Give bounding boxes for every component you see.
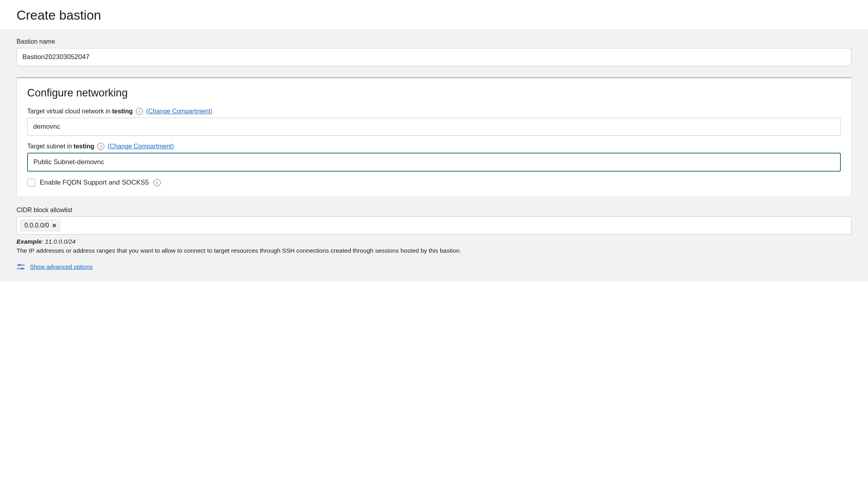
subnet-change-compartment-link[interactable]: (Change Compartment) [108,143,174,150]
cidr-field: CIDR block allowlist 0.0.0.0/0 ✕ [0,197,868,235]
sliders-icon [17,263,25,270]
svg-point-3 [22,268,23,269]
cidr-chip: 0.0.0.0/0 ✕ [20,220,60,231]
create-bastion-panel: Create bastion Bastion name Configure ne… [0,0,868,281]
cidr-example-value: : 11.0.0.0/24 [42,238,76,245]
info-icon[interactable]: i [136,108,143,115]
subnet-select-value: Public Subnet-demovnc [33,158,104,166]
info-icon[interactable]: i [154,179,161,186]
subnet-compartment-name: testing [74,143,94,150]
networking-section-title: Configure networking [27,87,841,99]
info-icon[interactable]: i [97,143,104,150]
close-icon[interactable]: ✕ [52,222,57,229]
subnet-field: Target subnet in testing i (Change Compa… [27,143,841,172]
vcn-label-prefix: Target virtual cloud network in [27,108,111,115]
advanced-options-row: Show advanced options [17,263,851,270]
cidr-description: The IP addresses or address ranges that … [17,246,851,255]
page-header: Create bastion [0,0,868,30]
page-title: Create bastion [17,8,851,23]
cidr-chips-input[interactable]: 0.0.0.0/0 ✕ [17,216,851,235]
bastion-name-label: Bastion name [17,38,851,45]
fqdn-checkbox-label: Enable FQDN Support and SOCKS5 i [40,179,162,187]
vcn-field: Target virtual cloud network in testing … [27,108,841,136]
fqdn-checkbox-row: Enable FQDN Support and SOCKS5 i [27,179,841,187]
bastion-name-input[interactable] [17,48,851,66]
networking-card: Configure networking Target virtual clou… [17,77,851,197]
form-body: Bastion name Configure networking Target… [0,30,868,281]
vcn-select-value: demovnc [33,123,60,131]
fqdn-checkbox-text: Enable FQDN Support and SOCKS5 [40,179,149,187]
cidr-example: Example: 11.0.0.0/24 [17,237,851,246]
show-advanced-options-link[interactable]: Show advanced options [30,263,93,270]
cidr-label: CIDR block allowlist [17,207,851,214]
cidr-example-label: Example [17,238,42,245]
bastion-name-field: Bastion name [0,38,868,73]
cidr-chip-text: 0.0.0.0/0 [24,222,49,229]
vcn-compartment-name: testing [112,108,133,115]
vcn-select[interactable]: demovnc [27,118,841,136]
vcn-change-compartment-link[interactable]: (Change Compartment) [146,108,212,115]
cidr-help: Example: 11.0.0.0/24 The IP addresses or… [17,237,851,255]
subnet-label-row: Target subnet in testing i (Change Compa… [27,143,841,150]
fqdn-checkbox[interactable] [27,179,35,187]
subnet-label-prefix: Target subnet in [27,143,72,150]
subnet-select[interactable]: Public Subnet-demovnc [27,153,841,172]
vcn-label-row: Target virtual cloud network in testing … [27,108,841,115]
svg-point-1 [19,264,20,266]
